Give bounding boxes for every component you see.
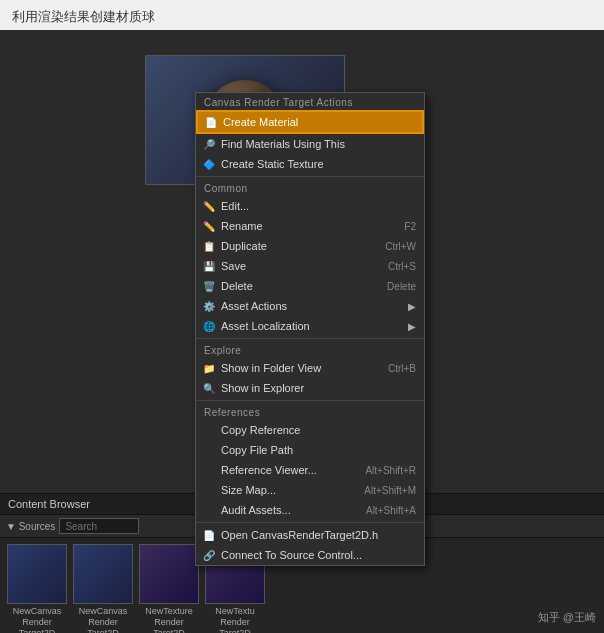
asset-label-4: NewTextuRenderTarot2D	[215, 606, 255, 633]
open-canvas-label: Open CanvasRenderTarget2D.h	[221, 529, 378, 541]
context-menu: Canvas Render Target Actions 📄 Create Ma…	[195, 92, 425, 566]
show-explorer-label: Show in Explorer	[221, 382, 304, 394]
asset-localization-icon: 🌐	[202, 319, 216, 333]
asset-item-2[interactable]: NewCanvasRenderTaret2D	[72, 544, 134, 633]
copy-file-path-label: Copy File Path	[221, 444, 293, 456]
asset-localization-arrow: ▶	[408, 321, 416, 332]
create-material-item[interactable]: 📄 Create Material	[196, 110, 424, 134]
asset-actions-item[interactable]: ⚙️ Asset Actions ▶	[196, 296, 424, 316]
copy-reference-label: Copy Reference	[221, 424, 301, 436]
save-shortcut: Ctrl+S	[388, 261, 416, 272]
asset-item-1[interactable]: NewCanvasRenderTarget2D	[6, 544, 68, 633]
watermark: 知乎 @王崎	[538, 610, 596, 625]
find-materials-icon: 🔎	[202, 137, 216, 151]
size-map-label: Size Map...	[221, 484, 276, 496]
open-canvas-item[interactable]: 📄 Open CanvasRenderTarget2D.h	[196, 525, 424, 545]
divider-1	[196, 176, 424, 177]
save-item[interactable]: 💾 Save Ctrl+S	[196, 256, 424, 276]
find-materials-item[interactable]: 🔎 Find Materials Using This	[196, 134, 424, 154]
delete-icon: 🗑️	[202, 279, 216, 293]
reference-viewer-icon	[202, 463, 216, 477]
copy-file-path-item[interactable]: Copy File Path	[196, 440, 424, 460]
asset-actions-label: Asset Actions	[221, 300, 287, 312]
find-materials-label: Find Materials Using This	[221, 138, 345, 150]
rename-icon: ✏️	[202, 219, 216, 233]
content-browser-title: Content Browser	[8, 498, 90, 510]
create-static-texture-icon: 🔷	[202, 157, 216, 171]
connect-source-item[interactable]: 🔗 Connect To Source Control...	[196, 545, 424, 565]
duplicate-shortcut: Ctrl+W	[385, 241, 416, 252]
screenshot-area: Canvas Render Target Actions 📄 Create Ma…	[0, 30, 604, 633]
size-map-item[interactable]: Size Map... Alt+Shift+M	[196, 480, 424, 500]
rename-item[interactable]: ✏️ Rename F2	[196, 216, 424, 236]
copy-file-path-icon	[202, 443, 216, 457]
duplicate-label: Duplicate	[221, 240, 267, 252]
asset-actions-icon: ⚙️	[202, 299, 216, 313]
size-map-icon	[202, 483, 216, 497]
rename-label: Rename	[221, 220, 263, 232]
edit-icon: ✏️	[202, 199, 216, 213]
create-static-texture-label: Create Static Texture	[221, 158, 324, 170]
show-folder-view-icon: 📁	[202, 361, 216, 375]
search-input[interactable]	[59, 518, 139, 534]
copy-reference-icon	[202, 423, 216, 437]
asset-thumb-2	[73, 544, 133, 604]
divider-4	[196, 522, 424, 523]
ctx-section-common: Common	[196, 179, 424, 196]
asset-label-2: NewCanvasRenderTaret2D	[79, 606, 128, 633]
connect-source-icon: 🔗	[202, 548, 216, 562]
create-material-icon: 📄	[204, 115, 218, 129]
create-static-texture-item[interactable]: 🔷 Create Static Texture	[196, 154, 424, 174]
duplicate-icon: 📋	[202, 239, 216, 253]
cb-sources-label: ▼ Sources	[6, 521, 55, 532]
ctx-section-explore: Explore	[196, 341, 424, 358]
edit-item[interactable]: ✏️ Edit...	[196, 196, 424, 216]
asset-actions-arrow: ▶	[408, 301, 416, 312]
asset-item-3[interactable]: NewTextureRenderTarot2D	[138, 544, 200, 633]
show-folder-view-label: Show in Folder View	[221, 362, 321, 374]
connect-source-label: Connect To Source Control...	[221, 549, 362, 561]
audit-assets-item[interactable]: Audit Assets... Alt+Shift+A	[196, 500, 424, 520]
divider-3	[196, 400, 424, 401]
duplicate-item[interactable]: 📋 Duplicate Ctrl+W	[196, 236, 424, 256]
reference-viewer-item[interactable]: Reference Viewer... Alt+Shift+R	[196, 460, 424, 480]
rename-shortcut: F2	[404, 221, 416, 232]
asset-label-3: NewTextureRenderTarot2D	[145, 606, 193, 633]
audit-assets-label: Audit Assets...	[221, 504, 291, 516]
delete-shortcut: Delete	[387, 281, 416, 292]
create-material-label: Create Material	[223, 116, 298, 128]
audit-assets-icon	[202, 503, 216, 517]
save-label: Save	[221, 260, 246, 272]
show-explorer-icon: 🔍	[202, 381, 216, 395]
reference-viewer-label: Reference Viewer...	[221, 464, 317, 476]
ctx-section-references: References	[196, 403, 424, 420]
size-map-shortcut: Alt+Shift+M	[364, 485, 416, 496]
save-icon: 💾	[202, 259, 216, 273]
page-title: 利用渲染结果创建材质球	[0, 0, 604, 34]
delete-label: Delete	[221, 280, 253, 292]
copy-reference-item[interactable]: Copy Reference	[196, 420, 424, 440]
show-folder-view-item[interactable]: 📁 Show in Folder View Ctrl+B	[196, 358, 424, 378]
ctx-section-canvas: Canvas Render Target Actions	[196, 93, 424, 110]
edit-label: Edit...	[221, 200, 249, 212]
open-canvas-icon: 📄	[202, 528, 216, 542]
audit-assets-shortcut: Alt+Shift+A	[366, 505, 416, 516]
delete-item[interactable]: 🗑️ Delete Delete	[196, 276, 424, 296]
asset-thumb-3	[139, 544, 199, 604]
show-explorer-item[interactable]: 🔍 Show in Explorer	[196, 378, 424, 398]
asset-thumb-1	[7, 544, 67, 604]
reference-viewer-shortcut: Alt+Shift+R	[365, 465, 416, 476]
asset-localization-label: Asset Localization	[221, 320, 310, 332]
show-folder-shortcut: Ctrl+B	[388, 363, 416, 374]
divider-2	[196, 338, 424, 339]
asset-label-1: NewCanvasRenderTarget2D	[13, 606, 62, 633]
asset-localization-item[interactable]: 🌐 Asset Localization ▶	[196, 316, 424, 336]
